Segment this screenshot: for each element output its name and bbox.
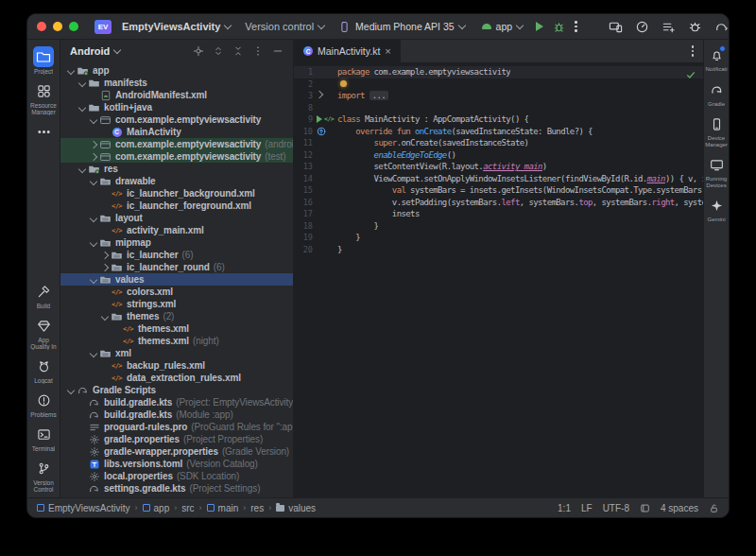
- sidebar-item-more[interactable]: [27, 118, 60, 145]
- run-button[interactable]: [536, 22, 543, 31]
- chevron-down-icon[interactable]: [89, 117, 98, 123]
- tree-row[interactable]: </>themes.xml: [60, 322, 293, 335]
- chevron-down-icon[interactable]: [89, 216, 98, 221]
- chevron-down-icon[interactable]: [77, 105, 87, 111]
- sidebar-item-problems[interactable]: Problems: [27, 387, 60, 421]
- chevron-down-icon[interactable]: [77, 80, 87, 86]
- tree-row[interactable]: kotlin+java: [60, 101, 293, 113]
- tree-row[interactable]: </>ic_launcher_background.xml: [60, 187, 293, 200]
- breadcrumb-item[interactable]: main: [207, 503, 239, 513]
- collapse-all-icon[interactable]: [232, 45, 244, 57]
- overrides-method-gutter-icon[interactable]: [317, 127, 326, 136]
- more-actions-button[interactable]: [575, 21, 577, 32]
- tree-row[interactable]: proguard-rules.pro(ProGuard Rules for ":…: [60, 421, 293, 433]
- tree-row[interactable]: com.example.emptyviewsactivity(androidTe…: [60, 138, 293, 150]
- chevron-down-icon[interactable]: [89, 277, 98, 283]
- chevron-down-icon[interactable]: [89, 179, 98, 184]
- chevron-down-icon[interactable]: [89, 351, 98, 356]
- chevron-right-icon[interactable]: [100, 252, 110, 258]
- tree-row[interactable]: </>activity_main.xml: [60, 224, 293, 236]
- code-line[interactable]: 20}: [294, 244, 703, 256]
- chevron-right-icon[interactable]: [100, 265, 110, 270]
- sidebar-item-notifications[interactable]: Notificati: [704, 44, 729, 73]
- tree-row[interactable]: local.properties(SDK Location): [60, 470, 293, 482]
- tree-row[interactable]: </>themes.xml(night): [60, 335, 293, 347]
- run-gutter-icon[interactable]: [317, 115, 322, 123]
- code-preview-gutter-icon[interactable]: </>: [324, 115, 334, 123]
- editor-tab-mainactivity[interactable]: C MainActivity.kt ×: [294, 40, 401, 62]
- hide-icon[interactable]: [272, 45, 284, 57]
- minimize-window-button[interactable]: [53, 22, 62, 31]
- sidebar-item-terminal[interactable]: Terminal: [27, 421, 60, 455]
- sidebar-item-logcat[interactable]: Logcat: [27, 353, 60, 387]
- code-line[interactable]: 11 super.onCreate(savedInstanceState): [294, 137, 703, 149]
- inspection-ok-icon[interactable]: [685, 69, 696, 80]
- tree-row[interactable]: gradle.properties(Project Properties): [60, 433, 293, 445]
- line-separator[interactable]: LF: [581, 503, 593, 513]
- run-configuration-selector[interactable]: app: [478, 19, 527, 34]
- tree-row[interactable]: drawable: [60, 175, 293, 187]
- chevron-right-icon[interactable]: [89, 142, 98, 148]
- sidebar-item-running-devices[interactable]: Running Devices: [704, 154, 729, 188]
- sidebar-item-device-manager[interactable]: Device Manager: [704, 113, 729, 148]
- profiler-icon[interactable]: [635, 20, 649, 34]
- tree-row[interactable]: gradle-wrapper.properties(Gradle Version…: [60, 445, 293, 458]
- tree-row[interactable]: layout: [60, 212, 293, 224]
- breadcrumb-item[interactable]: res: [250, 503, 264, 513]
- debug-button[interactable]: [553, 21, 565, 33]
- chevron-right-icon[interactable]: [89, 154, 98, 160]
- tree-row[interactable]: themes(2): [60, 310, 293, 322]
- tree-row[interactable]: </>backup_rules.xml: [60, 359, 293, 372]
- todo-list-icon[interactable]: [662, 20, 676, 34]
- tree-row[interactable]: libs.versions.toml(Version Catalog): [60, 458, 293, 470]
- caret-position[interactable]: 1:1: [558, 503, 571, 513]
- chevron-down-icon[interactable]: [100, 314, 110, 320]
- close-window-button[interactable]: [37, 22, 46, 31]
- sidebar-item-project[interactable]: Project: [27, 43, 60, 78]
- highlighting-level-icon[interactable]: [640, 503, 650, 513]
- sidebar-item-resource-manager[interactable]: Resource Manager: [27, 78, 60, 118]
- breadcrumb-item[interactable]: src: [181, 503, 194, 513]
- code-line[interactable]: 8: [294, 102, 703, 114]
- code-line[interactable]: 15 val systemBars = insets.getInsets(Win…: [294, 184, 703, 197]
- readonly-lock-icon[interactable]: [709, 503, 719, 513]
- code-line[interactable]: 1package com.example.emptyviewsactivity: [294, 66, 703, 78]
- sidebar-item-build[interactable]: Build: [27, 278, 60, 312]
- breadcrumb-item[interactable]: values: [276, 503, 316, 513]
- locate-icon[interactable]: [193, 45, 204, 57]
- tree-row[interactable]: settings.gradle.kts(Project Settings): [60, 482, 293, 495]
- vcs-widget[interactable]: Version control: [241, 19, 328, 34]
- tree-row[interactable]: values: [60, 273, 293, 286]
- code-line[interactable]: 14 ViewCompat.setOnApplyWindowInsetsList…: [294, 173, 703, 185]
- code-line[interactable]: 13 setContentView(R.layout.activity_main…: [294, 161, 703, 173]
- code-line[interactable]: 12 enableEdgeToEdge(): [294, 149, 703, 162]
- sidebar-item-app-quality-insights[interactable]: App Quality In: [27, 312, 60, 353]
- build-analyzer-icon[interactable]: [688, 20, 702, 34]
- sidebar-item-gradle[interactable]: Gradle: [704, 79, 729, 108]
- code-line[interactable]: 10 override fun onCreate(savedInstanceSt…: [294, 126, 703, 138]
- code-line[interactable]: 9</>class MainActivity : AppCompatActivi…: [294, 113, 703, 126]
- tree-row[interactable]: build.gradle.kts(Module :app): [60, 408, 293, 421]
- indent-style[interactable]: 4 spaces: [661, 503, 698, 513]
- tree-row[interactable]: app: [60, 64, 293, 77]
- tree-row[interactable]: </>strings.xml: [60, 298, 293, 310]
- project-selector[interactable]: EmptyViewsActivity: [118, 19, 234, 34]
- chevron-down-icon[interactable]: [66, 388, 76, 393]
- tree-row[interactable]: CMainActivity: [60, 126, 293, 138]
- tree-row[interactable]: </>ic_launcher_foreground.xml: [60, 200, 293, 212]
- code-line[interactable]: 3import ...: [294, 90, 703, 102]
- code-editor[interactable]: 1package com.example.emptyviewsactivity2…: [294, 63, 703, 497]
- tree-row[interactable]: com.example.emptyviewsactivity(test): [60, 150, 293, 163]
- tree-row[interactable]: AndroidManifest.xml: [60, 89, 293, 101]
- code-line[interactable]: 19 }: [294, 232, 703, 244]
- breadcrumb-item[interactable]: EmptyViewsActivity: [37, 503, 130, 513]
- sidebar-item-version-control[interactable]: Version Control: [27, 455, 60, 495]
- tree-row[interactable]: build.gradle.kts(Project: EmptyViewsActi…: [60, 396, 293, 408]
- code-line[interactable]: 16 v.setPadding(systemBars.left, systemB…: [294, 197, 703, 209]
- expand-all-icon[interactable]: [213, 45, 224, 57]
- code-line[interactable]: 17 insets: [294, 208, 703, 220]
- more-icon[interactable]: [252, 45, 264, 57]
- tree-row[interactable]: mipmap: [60, 236, 293, 249]
- project-view-mode[interactable]: Android: [70, 45, 110, 57]
- tree-row[interactable]: ic_launcher_round(6): [60, 261, 293, 273]
